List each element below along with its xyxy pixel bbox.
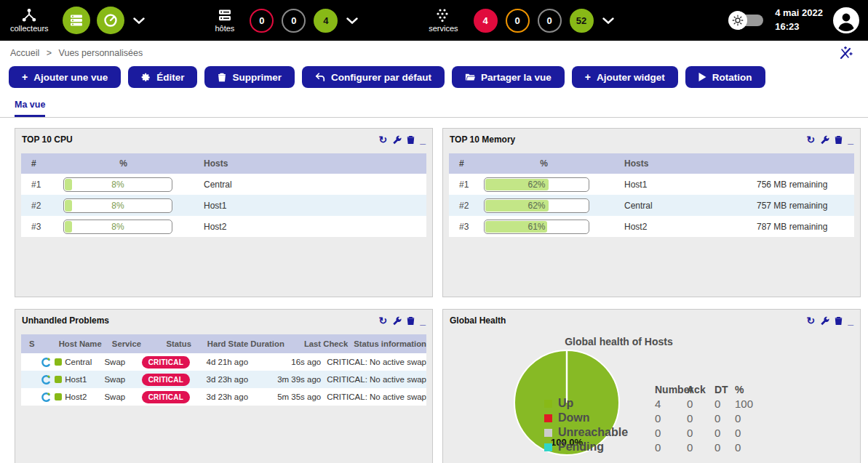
legend-item-unreachable: Unreachable: [544, 426, 655, 439]
share-view-button[interactable]: Partager la vue: [452, 66, 565, 88]
trash-icon[interactable]: [407, 316, 415, 326]
table-row[interactable]: #2 8% Host1: [21, 195, 426, 216]
widget-top-10-memory: TOP 10 Memory ↻ _ # % Hosts #1 6: [442, 128, 861, 297]
host-up-square-icon: [55, 358, 62, 366]
hosts-unreachable-counter[interactable]: 0: [282, 9, 306, 33]
pollers-menu[interactable]: collecteurs: [10, 8, 49, 33]
services-warning-counter[interactable]: 0: [506, 9, 530, 33]
delete-view-button[interactable]: Supprimer: [204, 66, 295, 88]
top-bar: collecteurs hôtes 0 0: [0, 0, 868, 41]
refresh-icon[interactable]: ↻: [378, 315, 387, 326]
rotation-button[interactable]: Rotation: [685, 66, 765, 88]
breadcrumb-current[interactable]: Vues personnalisées: [59, 48, 143, 58]
cpu-usage-bar: 8%: [63, 220, 172, 234]
gear-icon: [141, 73, 151, 82]
last-check: 3m 39s ago: [264, 375, 321, 384]
table-row[interactable]: #3 8% Host2: [21, 216, 426, 237]
minimize-icon[interactable]: _: [420, 315, 426, 326]
status-badge: CRITICAL: [142, 356, 190, 369]
user-icon: [834, 8, 859, 33]
problem-row[interactable]: Host2 Swap CRITICAL 3d 23h ago 5m 35s ag…: [21, 388, 426, 406]
latency-gauge-button[interactable]: [97, 7, 124, 34]
host-name[interactable]: Central: [65, 358, 92, 366]
wrench-icon[interactable]: [392, 316, 402, 326]
breadcrumb-home[interactable]: Accueil: [10, 48, 39, 58]
chevron-down-icon: [133, 17, 145, 24]
services-ok-counter[interactable]: 52: [570, 9, 594, 33]
refresh-icon[interactable]: ↻: [806, 315, 815, 326]
edit-view-button[interactable]: Éditer: [128, 66, 197, 88]
widget-title: TOP 10 Memory: [450, 134, 515, 145]
widget-header: Global Health ↻ _: [443, 310, 860, 331]
sun-icon: [732, 15, 744, 26]
clock: 4 mai 2022 16:23: [775, 7, 823, 34]
table-row[interactable]: #1 62% Host1 756 MB remaining: [449, 174, 854, 195]
centreon-logo-icon: [41, 374, 52, 385]
view-tabs: Ma vue: [0, 97, 868, 118]
problem-row[interactable]: Host1 Swap CRITICAL 3d 23h ago 3m 39s ag…: [21, 371, 426, 388]
chevron-down-icon: [346, 17, 358, 24]
wrench-icon[interactable]: [820, 135, 829, 145]
trash-icon[interactable]: [835, 316, 843, 326]
services-menu[interactable]: services: [429, 8, 458, 33]
memory-usage-bar: 62%: [484, 198, 589, 213]
poller-list-button[interactable]: [63, 7, 90, 34]
set-default-view-button[interactable]: Configurer par défaut: [302, 66, 445, 88]
tab-ma-vue[interactable]: Ma vue: [15, 100, 45, 117]
hosts-expand-chevron[interactable]: [346, 17, 358, 24]
trash-icon[interactable]: [835, 135, 843, 145]
host-up-square-icon: [55, 393, 62, 400]
host-name[interactable]: Host2: [183, 222, 426, 232]
service-name[interactable]: Swap: [104, 375, 141, 384]
host-name[interactable]: Central: [604, 201, 757, 211]
services-critical-counter[interactable]: 4: [474, 9, 498, 33]
wrench-icon[interactable]: [820, 316, 829, 326]
centreon-logo-icon: [41, 392, 52, 403]
minimize-icon[interactable]: _: [420, 134, 426, 145]
user-avatar[interactable]: [833, 7, 859, 33]
table-row[interactable]: #2 62% Central 757 MB remaining: [449, 195, 854, 216]
edit-mode-wand-button[interactable]: [839, 46, 853, 60]
hard-state-duration: 4d 21h ago: [190, 358, 264, 366]
services-expand-chevron[interactable]: [602, 17, 614, 24]
hosts-up-counter[interactable]: 4: [314, 9, 338, 33]
status-badge: CRITICAL: [142, 391, 190, 403]
host-name[interactable]: Host1: [65, 375, 87, 384]
trash-icon: [218, 73, 226, 82]
pollers-expand-chevron[interactable]: [133, 17, 145, 24]
refresh-icon[interactable]: ↻: [378, 134, 387, 145]
theme-toggle[interactable]: [731, 15, 763, 26]
folder-icon: [465, 73, 475, 81]
breadcrumb-row: Accueil > Vues personnalisées: [0, 41, 868, 65]
host-name[interactable]: Host2: [65, 392, 87, 401]
legend-item-pending: Pending: [544, 440, 655, 454]
status-information: CRITICAL: No active swap: [321, 358, 426, 366]
service-name[interactable]: Swap: [104, 392, 141, 401]
wrench-icon[interactable]: [392, 135, 402, 145]
table-row[interactable]: #1 8% Central: [21, 174, 426, 195]
host-name[interactable]: Central: [183, 180, 426, 190]
memory-usage-bar: 61%: [484, 220, 589, 234]
hosts-down-counter[interactable]: 0: [250, 9, 274, 33]
services-unknown-counter[interactable]: 0: [538, 9, 562, 33]
widget-global-health: Global Health ↻ _ Global health of Hosts…: [442, 309, 861, 463]
host-name[interactable]: Host2: [604, 222, 757, 232]
hosts-menu[interactable]: hôtes: [215, 8, 234, 33]
widget-header: TOP 10 Memory ↻ _: [443, 129, 860, 150]
host-name[interactable]: Host1: [604, 180, 757, 190]
minimize-icon[interactable]: _: [848, 134, 853, 145]
time-text: 16:23: [775, 20, 823, 34]
table-row[interactable]: #3 61% Host2 787 MB remaining: [449, 216, 854, 237]
gauge-icon: [103, 13, 118, 28]
minimize-icon[interactable]: _: [848, 315, 853, 326]
add-widget-button[interactable]: + Ajouter widget: [572, 66, 678, 88]
problem-row[interactable]: Central Swap CRITICAL 4d 21h ago 16s ago…: [21, 353, 426, 371]
service-name[interactable]: Swap: [104, 358, 141, 366]
add-view-button[interactable]: + Ajouter une vue: [9, 66, 121, 88]
host-up-square-icon: [55, 376, 62, 383]
server-list-icon: [69, 13, 84, 28]
trash-icon[interactable]: [407, 135, 415, 145]
refresh-icon[interactable]: ↻: [806, 134, 815, 145]
services-icon: [435, 8, 451, 23]
host-name[interactable]: Host1: [183, 201, 426, 211]
